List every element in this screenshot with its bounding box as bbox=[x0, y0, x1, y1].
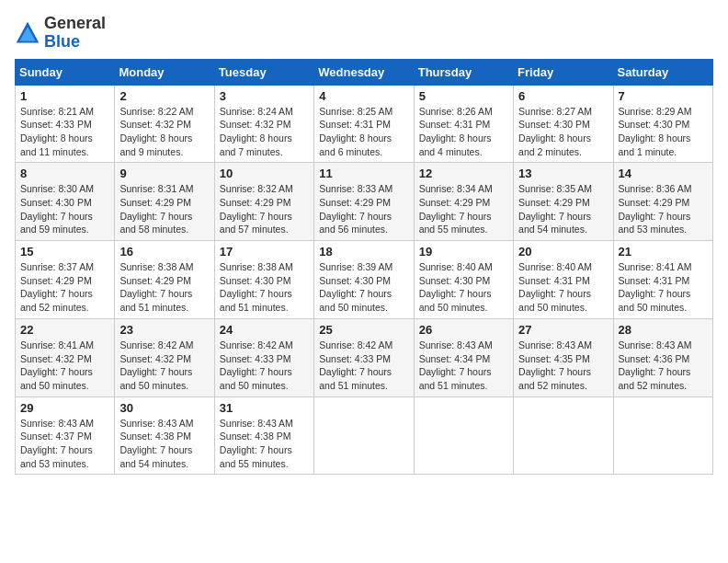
day-number: 8 bbox=[20, 167, 109, 180]
day-detail: Sunrise: 8:42 AMSunset: 4:33 PMDaylight:… bbox=[319, 339, 408, 393]
calendar-cell: 22Sunrise: 8:41 AMSunset: 4:32 PMDayligh… bbox=[16, 318, 115, 396]
calendar-cell: 1Sunrise: 8:21 AMSunset: 4:33 PMDaylight… bbox=[16, 85, 115, 163]
calendar-header-row: SundayMondayTuesdayWednesdayThursdayFrid… bbox=[16, 59, 713, 85]
day-detail: Sunrise: 8:33 AMSunset: 4:29 PMDaylight:… bbox=[319, 182, 408, 236]
calendar-cell bbox=[314, 396, 414, 475]
day-detail: Sunrise: 8:43 AMSunset: 4:36 PMDaylight:… bbox=[619, 339, 708, 393]
calendar-week-5: 29Sunrise: 8:43 AMSunset: 4:37 PMDayligh… bbox=[16, 396, 713, 475]
day-number: 21 bbox=[619, 245, 708, 259]
day-detail: Sunrise: 8:39 AMSunset: 4:30 PMDaylight:… bbox=[319, 260, 408, 315]
calendar-cell: 13Sunrise: 8:35 AMSunset: 4:29 PMDayligh… bbox=[514, 163, 613, 241]
calendar-cell: 11Sunrise: 8:33 AMSunset: 4:29 PMDayligh… bbox=[314, 163, 414, 241]
calendar-cell: 19Sunrise: 8:40 AMSunset: 4:30 PMDayligh… bbox=[414, 241, 513, 319]
calendar-cell: 17Sunrise: 8:38 AMSunset: 4:30 PMDayligh… bbox=[214, 241, 313, 319]
day-detail: Sunrise: 8:26 AMSunset: 4:31 PMDaylight:… bbox=[419, 105, 508, 159]
calendar-cell bbox=[414, 396, 513, 475]
day-number: 23 bbox=[119, 323, 209, 337]
calendar-cell: 23Sunrise: 8:42 AMSunset: 4:32 PMDayligh… bbox=[115, 318, 214, 396]
day-number: 18 bbox=[319, 245, 408, 259]
day-detail: Sunrise: 8:42 AMSunset: 4:32 PMDaylight:… bbox=[119, 339, 209, 393]
calendar-cell: 5Sunrise: 8:26 AMSunset: 4:31 PMDaylight… bbox=[414, 85, 513, 163]
day-detail: Sunrise: 8:35 AMSunset: 4:29 PMDaylight:… bbox=[518, 182, 608, 236]
day-detail: Sunrise: 8:41 AMSunset: 4:31 PMDaylight:… bbox=[619, 260, 708, 315]
calendar-cell: 14Sunrise: 8:36 AMSunset: 4:29 PMDayligh… bbox=[613, 163, 712, 241]
day-detail: Sunrise: 8:38 AMSunset: 4:30 PMDaylight:… bbox=[220, 260, 309, 315]
calendar-cell: 8Sunrise: 8:30 AMSunset: 4:30 PMDaylight… bbox=[16, 163, 115, 241]
day-number: 5 bbox=[419, 89, 508, 103]
column-header-tuesday: Tuesday bbox=[214, 59, 313, 85]
page-header: General Blue bbox=[15, 15, 713, 52]
day-number: 12 bbox=[419, 167, 508, 180]
day-number: 9 bbox=[119, 167, 209, 180]
day-detail: Sunrise: 8:43 AMSunset: 4:38 PMDaylight:… bbox=[119, 417, 209, 471]
day-number: 15 bbox=[20, 245, 109, 259]
day-number: 2 bbox=[119, 89, 209, 103]
calendar-cell: 28Sunrise: 8:43 AMSunset: 4:36 PMDayligh… bbox=[613, 318, 712, 396]
day-number: 6 bbox=[518, 89, 608, 103]
logo-text: General Blue bbox=[44, 15, 106, 52]
calendar-cell bbox=[514, 396, 613, 475]
calendar-cell: 10Sunrise: 8:32 AMSunset: 4:29 PMDayligh… bbox=[214, 163, 313, 241]
day-detail: Sunrise: 8:34 AMSunset: 4:29 PMDaylight:… bbox=[419, 182, 508, 236]
column-header-saturday: Saturday bbox=[613, 59, 712, 85]
calendar-week-3: 15Sunrise: 8:37 AMSunset: 4:29 PMDayligh… bbox=[16, 241, 713, 319]
calendar-cell: 4Sunrise: 8:25 AMSunset: 4:31 PMDaylight… bbox=[314, 85, 414, 163]
calendar-cell: 6Sunrise: 8:27 AMSunset: 4:30 PMDaylight… bbox=[514, 85, 613, 163]
day-number: 11 bbox=[319, 167, 408, 180]
calendar-cell: 12Sunrise: 8:34 AMSunset: 4:29 PMDayligh… bbox=[414, 163, 513, 241]
column-header-thursday: Thursday bbox=[414, 59, 513, 85]
calendar-cell: 24Sunrise: 8:42 AMSunset: 4:33 PMDayligh… bbox=[214, 318, 313, 396]
calendar-week-2: 8Sunrise: 8:30 AMSunset: 4:30 PMDaylight… bbox=[16, 163, 713, 241]
column-header-friday: Friday bbox=[514, 59, 613, 85]
calendar-cell: 26Sunrise: 8:43 AMSunset: 4:34 PMDayligh… bbox=[414, 318, 513, 396]
calendar-cell bbox=[613, 396, 712, 475]
day-detail: Sunrise: 8:22 AMSunset: 4:32 PMDaylight:… bbox=[119, 105, 209, 159]
day-number: 14 bbox=[619, 167, 708, 180]
calendar-cell: 2Sunrise: 8:22 AMSunset: 4:32 PMDaylight… bbox=[115, 85, 214, 163]
calendar-cell: 29Sunrise: 8:43 AMSunset: 4:37 PMDayligh… bbox=[16, 396, 115, 475]
calendar-cell: 3Sunrise: 8:24 AMSunset: 4:32 PMDaylight… bbox=[214, 85, 313, 163]
day-number: 25 bbox=[319, 323, 408, 337]
day-detail: Sunrise: 8:37 AMSunset: 4:29 PMDaylight:… bbox=[20, 260, 109, 315]
day-detail: Sunrise: 8:43 AMSunset: 4:35 PMDaylight:… bbox=[518, 339, 608, 393]
calendar-cell: 9Sunrise: 8:31 AMSunset: 4:29 PMDaylight… bbox=[115, 163, 214, 241]
day-number: 3 bbox=[220, 89, 309, 103]
day-number: 4 bbox=[319, 89, 408, 103]
day-detail: Sunrise: 8:36 AMSunset: 4:29 PMDaylight:… bbox=[619, 182, 708, 236]
day-detail: Sunrise: 8:29 AMSunset: 4:30 PMDaylight:… bbox=[619, 105, 708, 159]
calendar-body: 1Sunrise: 8:21 AMSunset: 4:33 PMDaylight… bbox=[16, 85, 713, 475]
day-detail: Sunrise: 8:40 AMSunset: 4:30 PMDaylight:… bbox=[419, 260, 508, 315]
logo-blue: Blue bbox=[44, 32, 80, 51]
day-detail: Sunrise: 8:43 AMSunset: 4:37 PMDaylight:… bbox=[20, 417, 109, 471]
calendar-cell: 15Sunrise: 8:37 AMSunset: 4:29 PMDayligh… bbox=[16, 241, 115, 319]
logo-general: General bbox=[44, 14, 106, 32]
calendar-table: SundayMondayTuesdayWednesdayThursdayFrid… bbox=[15, 59, 713, 476]
calendar-cell: 31Sunrise: 8:43 AMSunset: 4:38 PMDayligh… bbox=[214, 396, 313, 475]
day-number: 30 bbox=[119, 401, 209, 415]
day-number: 22 bbox=[20, 323, 109, 337]
day-detail: Sunrise: 8:42 AMSunset: 4:33 PMDaylight:… bbox=[220, 339, 309, 393]
day-number: 27 bbox=[518, 323, 608, 337]
day-number: 16 bbox=[119, 245, 209, 259]
calendar-week-1: 1Sunrise: 8:21 AMSunset: 4:33 PMDaylight… bbox=[16, 85, 713, 163]
day-detail: Sunrise: 8:43 AMSunset: 4:38 PMDaylight:… bbox=[220, 417, 309, 471]
day-detail: Sunrise: 8:40 AMSunset: 4:31 PMDaylight:… bbox=[518, 260, 608, 315]
day-number: 24 bbox=[220, 323, 309, 337]
day-detail: Sunrise: 8:30 AMSunset: 4:30 PMDaylight:… bbox=[20, 182, 109, 236]
day-detail: Sunrise: 8:25 AMSunset: 4:31 PMDaylight:… bbox=[319, 105, 408, 159]
logo-icon bbox=[15, 20, 40, 46]
day-number: 1 bbox=[20, 89, 109, 103]
day-detail: Sunrise: 8:31 AMSunset: 4:29 PMDaylight:… bbox=[119, 182, 209, 236]
day-detail: Sunrise: 8:21 AMSunset: 4:33 PMDaylight:… bbox=[20, 105, 109, 159]
day-detail: Sunrise: 8:27 AMSunset: 4:30 PMDaylight:… bbox=[518, 105, 608, 159]
calendar-cell: 21Sunrise: 8:41 AMSunset: 4:31 PMDayligh… bbox=[613, 241, 712, 319]
calendar-cell: 7Sunrise: 8:29 AMSunset: 4:30 PMDaylight… bbox=[613, 85, 712, 163]
day-number: 28 bbox=[619, 323, 708, 337]
calendar-cell: 20Sunrise: 8:40 AMSunset: 4:31 PMDayligh… bbox=[514, 241, 613, 319]
day-number: 26 bbox=[419, 323, 508, 337]
calendar-cell: 18Sunrise: 8:39 AMSunset: 4:30 PMDayligh… bbox=[314, 241, 414, 319]
day-number: 7 bbox=[619, 89, 708, 103]
day-number: 13 bbox=[518, 167, 608, 180]
calendar-cell: 27Sunrise: 8:43 AMSunset: 4:35 PMDayligh… bbox=[514, 318, 613, 396]
calendar-cell: 25Sunrise: 8:42 AMSunset: 4:33 PMDayligh… bbox=[314, 318, 414, 396]
